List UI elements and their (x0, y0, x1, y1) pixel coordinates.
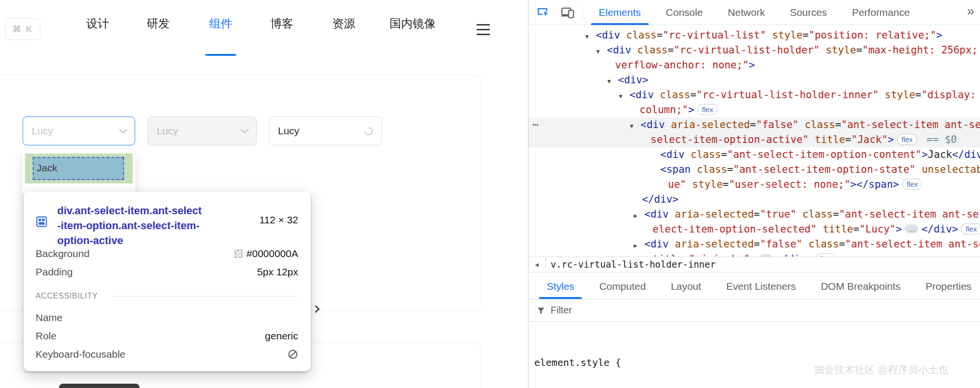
elements-tree-row[interactable]: ▼<div class="rc-virtual-list-holder-inne… (528, 88, 980, 103)
code-token: <div (607, 44, 631, 56)
expand-arrow-open-icon[interactable]: ▼ (619, 89, 629, 104)
elements-tree-row[interactable]: <span class="ant-select-item-option-stat… (528, 162, 980, 177)
elements-tree-row[interactable]: </div> (528, 192, 980, 207)
code-token: </div> (642, 194, 678, 205)
device-toolbar-icon[interactable] (560, 5, 575, 19)
nav-item-1[interactable]: 设计 (86, 16, 109, 31)
dark-element-partial (59, 384, 139, 388)
tab-sources[interactable]: Sources (778, 0, 840, 25)
expand-arrow-open-icon[interactable]: ▼ (607, 74, 618, 89)
sidebar-tab-event-listeners[interactable]: Event Listeners (714, 273, 808, 299)
expand-arrow-open-icon[interactable]: ▼ (630, 119, 641, 134)
antd-docs-pane: ⌘ K 设计研发组件博客资源国内镜像 Lucy Lucy Lucy Jack (0, 0, 528, 388)
inspect-element-icon[interactable] (536, 5, 551, 19)
code-token: = (754, 238, 760, 250)
tooltip-row-keyboard-focusable: Keyboard-focusable (36, 349, 298, 360)
inline-expand-button[interactable]: … (905, 224, 918, 233)
code-token: "yiminghe" (689, 253, 750, 257)
tooltip-row-role: Role generic (36, 330, 298, 342)
code-token: title (653, 253, 683, 257)
expand-arrow-open-icon[interactable]: ▼ (585, 29, 596, 44)
breadcrumb: ◀ v.rc-virtual-list-holder-innerdiv.ant-… (528, 257, 980, 272)
elements-tree-row[interactable]: column;">flex (528, 103, 980, 117)
code-token: "ant-select-item ant-select-item-option … (841, 119, 980, 130)
element-dimensions: 112 × 32 (259, 214, 298, 226)
expand-chevron[interactable]: › (314, 297, 321, 319)
toolbar-separator (582, 5, 583, 20)
nav-item-6[interactable]: 国内镜像 (389, 16, 436, 31)
nav-item-2[interactable]: 研发 (147, 16, 170, 31)
code-token: "ant-select-item-option-state" (733, 164, 916, 175)
elements-tree-row[interactable]: elect-item-option-selected" title="Lucy"… (528, 222, 980, 237)
code-token (817, 223, 823, 235)
code-token: = (839, 238, 845, 250)
tab-console[interactable]: Console (653, 0, 716, 25)
expand-arrow-open-icon[interactable]: ▼ (596, 44, 607, 59)
elements-tree: ▼<div class="rc-virtual-list" style="pos… (528, 25, 980, 257)
code-token: > (922, 149, 928, 160)
tab-performance[interactable]: Performance (840, 0, 922, 25)
flex-badge[interactable]: flex (897, 134, 917, 145)
flex-badge[interactable]: flex (961, 223, 980, 234)
flex-badge[interactable]: flex (816, 253, 835, 257)
elements-tree-row[interactable]: ⋯▼<div aria-selected="false" class="ant-… (528, 117, 980, 132)
code-token: "display: flex; flex-direction: (921, 89, 980, 101)
elements-tree-row[interactable]: ▼<div class="rc-virtual-list-holder" sty… (528, 43, 980, 58)
command-k-shortcut-badge[interactable]: ⌘ K (5, 18, 40, 40)
sidebar-tab-layout[interactable]: Layout (658, 273, 714, 299)
styles-filter-bar[interactable]: Filter (528, 299, 980, 322)
code-token: "position: relative;" (809, 29, 937, 41)
tab-network[interactable]: Network (716, 0, 778, 25)
elements-tree-row[interactable]: select-item-option-active" title="Jack">… (528, 132, 980, 147)
elements-tree-row[interactable]: ▶<div aria-selected="false" class="ant-s… (528, 237, 980, 252)
dropdown-option-jack[interactable]: Jack (37, 162, 57, 174)
elements-tree-row[interactable]: ue" style="user-select: none;"></span>fl… (528, 177, 980, 192)
select-focused[interactable]: Lucy (23, 116, 135, 145)
sidebar-tab-computed[interactable]: Computed (587, 273, 658, 299)
code-token: "Lucy" (859, 223, 896, 235)
hamburger-menu-icon[interactable] (477, 24, 490, 39)
code-token: = (721, 149, 727, 160)
code-token (796, 208, 803, 220)
styles-sidebar-tab-bar: StylesComputedLayoutEvent ListenersDOM B… (528, 273, 980, 299)
tab-elements[interactable]: Elements (586, 0, 653, 25)
code-token (766, 29, 772, 41)
flex-badge[interactable]: flex (903, 179, 922, 190)
sidebar-tab-properties[interactable]: Properties (913, 273, 980, 299)
elements-tree-row[interactable]: ▼<div> (528, 73, 980, 88)
expand-arrow-closed-icon[interactable]: ▶ (634, 208, 644, 223)
code-token: ue" (668, 179, 686, 190)
code-token (809, 134, 815, 145)
code-token: class (691, 149, 721, 160)
nav-item-3[interactable]: 组件 (209, 16, 232, 31)
nav-item-4[interactable]: 博客 (270, 16, 293, 31)
elements-tree-row[interactable]: verflow-anchor: none;"> (528, 58, 980, 73)
code-token: "rc-virtual-list-holder" (674, 44, 819, 56)
code-token: "true" (760, 208, 796, 220)
select-disabled[interactable]: Lucy (148, 116, 257, 145)
sidebar-tab-dom-breakpoints[interactable]: DOM Breakpoints (808, 273, 913, 299)
more-tabs-chevron-icon[interactable]: » (967, 4, 974, 19)
elements-tree-row[interactable]: ▶<div aria-selected="true" class="ant-se… (528, 207, 980, 222)
elements-tree-row[interactable]: <div class="ant-select-item-option-conte… (528, 147, 980, 162)
elements-tree-row[interactable]: ▼<div class="rc-virtual-list" style="pos… (528, 28, 980, 43)
sidebar-tab-styles[interactable]: Styles (534, 273, 587, 299)
code-token: = (754, 208, 760, 220)
code-token: <div (644, 238, 669, 250)
code-token: Jack (928, 149, 952, 160)
code-token: = (915, 89, 921, 101)
code-token: class (803, 208, 833, 220)
breadcrumb-back-icon[interactable]: ◀ (528, 257, 546, 272)
nav-item-5[interactable]: 资源 (332, 16, 355, 31)
elements-tree-row[interactable]: title="yiminghe">…</div>flex (528, 252, 980, 257)
code-token: "rc-virtual-list" (663, 29, 766, 41)
code-token (879, 89, 885, 101)
select-loading[interactable]: Lucy (269, 116, 382, 145)
dollar-zero-marker: == $0 (920, 134, 957, 145)
expand-arrow-closed-icon[interactable]: ▶ (634, 238, 644, 253)
flex-badge[interactable]: flex (698, 104, 717, 115)
screenshot-root: ⌘ K 设计研发组件博客资源国内镜像 Lucy Lucy Lucy Jack (0, 0, 980, 388)
code-token: class (808, 238, 839, 250)
row-overflow-dots-icon[interactable]: ⋯ (532, 117, 539, 132)
breadcrumb-item[interactable]: v.rc-virtual-list-holder-inner (546, 257, 720, 272)
